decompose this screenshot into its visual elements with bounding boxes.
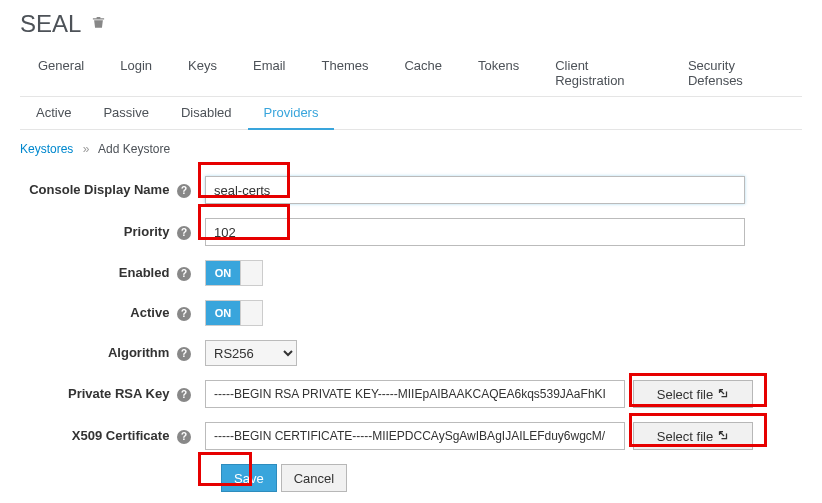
toggle-on-label: ON — [206, 301, 240, 325]
button-row: Save Cancel — [205, 464, 802, 492]
subtab-disabled[interactable]: Disabled — [165, 97, 248, 129]
trash-icon[interactable] — [91, 14, 106, 35]
tab-keys[interactable]: Keys — [170, 50, 235, 96]
page-title-text: SEAL — [20, 10, 81, 38]
row-private-key: Private RSA Key ? Select file — [20, 380, 802, 408]
popout-icon — [717, 429, 729, 444]
tabs-main: General Login Keys Email Themes Cache To… — [20, 50, 802, 97]
cancel-button[interactable]: Cancel — [281, 464, 347, 492]
tab-client-registration[interactable]: Client Registration — [537, 50, 670, 96]
toggle-knob — [240, 261, 262, 285]
help-icon[interactable]: ? — [177, 226, 191, 240]
help-icon[interactable]: ? — [177, 184, 191, 198]
row-display-name: Console Display Name ? — [20, 176, 802, 204]
private-key-select-file-button[interactable]: Select file — [633, 380, 753, 408]
algorithm-select[interactable]: RS256 — [205, 340, 297, 366]
tab-cache[interactable]: Cache — [386, 50, 460, 96]
label-algorithm: Algorithm ? — [20, 345, 205, 361]
tab-login[interactable]: Login — [102, 50, 170, 96]
tab-themes[interactable]: Themes — [303, 50, 386, 96]
help-icon[interactable]: ? — [177, 307, 191, 321]
subtab-passive[interactable]: Passive — [87, 97, 165, 129]
row-enabled: Enabled ? ON — [20, 260, 802, 286]
breadcrumb-current: Add Keystore — [98, 142, 170, 156]
help-icon[interactable]: ? — [177, 267, 191, 281]
private-key-input[interactable] — [205, 380, 625, 408]
page-title: SEAL — [20, 10, 802, 38]
toggle-knob — [240, 301, 262, 325]
popout-icon — [717, 387, 729, 402]
breadcrumb-separator: » — [83, 142, 90, 156]
toggle-on-label: ON — [206, 261, 240, 285]
tab-security-defenses[interactable]: Security Defenses — [670, 50, 802, 96]
help-icon[interactable]: ? — [177, 388, 191, 402]
x509-select-file-button[interactable]: Select file — [633, 422, 753, 450]
subtab-active[interactable]: Active — [20, 97, 87, 129]
row-priority: Priority ? — [20, 218, 802, 246]
label-enabled: Enabled ? — [20, 265, 205, 281]
x509-input[interactable] — [205, 422, 625, 450]
display-name-input[interactable] — [205, 176, 745, 204]
subtab-providers[interactable]: Providers — [248, 97, 335, 130]
tab-email[interactable]: Email — [235, 50, 304, 96]
label-active: Active ? — [20, 305, 205, 321]
help-icon[interactable]: ? — [177, 347, 191, 361]
breadcrumb: Keystores » Add Keystore — [20, 142, 802, 156]
tab-general[interactable]: General — [20, 50, 102, 96]
help-icon[interactable]: ? — [177, 430, 191, 444]
row-x509: X509 Certificate ? Select file — [20, 422, 802, 450]
label-display-name: Console Display Name ? — [20, 182, 205, 198]
enabled-toggle[interactable]: ON — [205, 260, 263, 286]
label-priority: Priority ? — [20, 224, 205, 240]
breadcrumb-keystores[interactable]: Keystores — [20, 142, 73, 156]
save-button[interactable]: Save — [221, 464, 277, 492]
row-algorithm: Algorithm ? RS256 — [20, 340, 802, 366]
label-private-key: Private RSA Key ? — [20, 386, 205, 402]
label-x509: X509 Certificate ? — [20, 428, 205, 444]
priority-input[interactable] — [205, 218, 745, 246]
active-toggle[interactable]: ON — [205, 300, 263, 326]
tabs-sub: Active Passive Disabled Providers — [20, 97, 802, 130]
row-active: Active ? ON — [20, 300, 802, 326]
tab-tokens[interactable]: Tokens — [460, 50, 537, 96]
